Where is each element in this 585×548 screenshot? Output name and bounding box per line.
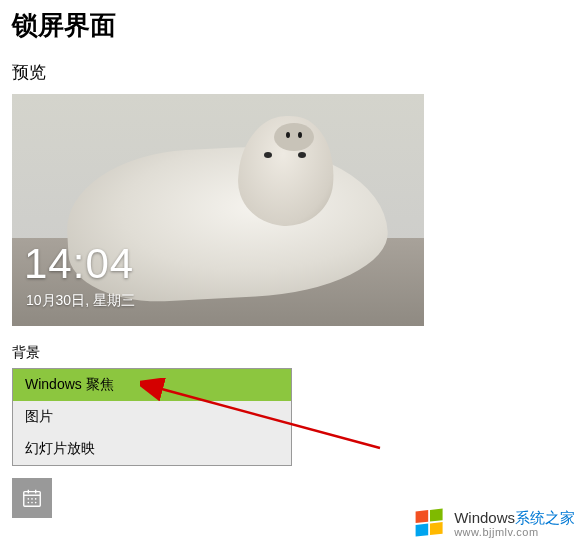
svg-point-8	[31, 502, 33, 504]
windows-logo-icon	[412, 506, 448, 542]
background-label: 背景	[0, 326, 585, 366]
svg-point-7	[28, 502, 30, 504]
preview-label: 预览	[0, 55, 585, 94]
svg-rect-13	[430, 509, 443, 522]
svg-point-4	[28, 498, 30, 500]
background-dropdown[interactable]: Windows 聚焦 图片 幻灯片放映	[12, 368, 292, 466]
lockscreen-preview: 14:04 10月30日, 星期三	[12, 94, 424, 326]
preview-date: 10月30日, 星期三	[26, 292, 135, 310]
svg-point-9	[35, 502, 37, 504]
watermark: Windows系统之家 www.bjjmlv.com	[412, 506, 575, 542]
svg-rect-14	[416, 524, 429, 537]
page-title: 锁屏界面	[0, 0, 585, 55]
watermark-brand: Windows系统之家	[454, 510, 575, 527]
preview-time: 14:04	[24, 240, 134, 288]
calendar-icon	[21, 487, 43, 509]
calendar-button[interactable]	[12, 478, 52, 518]
svg-rect-15	[430, 522, 443, 535]
dropdown-option-picture[interactable]: 图片	[13, 401, 291, 433]
dropdown-option-spotlight[interactable]: Windows 聚焦	[13, 369, 291, 401]
dropdown-option-slideshow[interactable]: 幻灯片放映	[13, 433, 291, 465]
svg-rect-12	[416, 510, 429, 523]
svg-point-6	[35, 498, 37, 500]
svg-point-5	[31, 498, 33, 500]
watermark-url: www.bjjmlv.com	[454, 526, 575, 538]
